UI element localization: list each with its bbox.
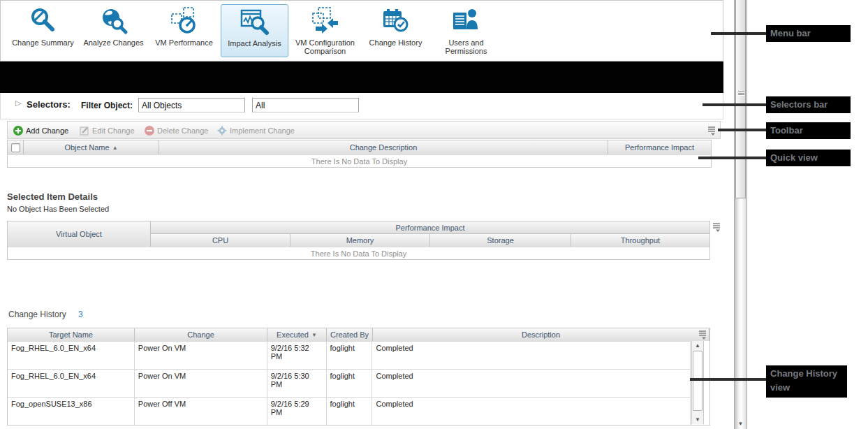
menu-item-label: Users and Permissions xyxy=(432,38,500,55)
change-history-scroll-thumb[interactable] xyxy=(693,351,703,411)
menu-item-label: VM Configuration Comparison xyxy=(291,38,359,55)
menu-item-analyze-changes[interactable]: Analyze Changes xyxy=(80,4,147,57)
column-header-performance-impact[interactable]: Performance Impact xyxy=(608,140,711,154)
column-header-description[interactable]: Description xyxy=(373,328,709,341)
change-history-view-callout-line xyxy=(690,378,767,381)
selectors-expander-icon[interactable]: ▷ xyxy=(15,99,21,108)
quick-view-annotation: Quick view xyxy=(766,150,851,166)
menu-item-vm-configuration-comparison[interactable]: VM Configuration Comparison xyxy=(291,4,359,57)
menu-item-label: Impact Analysis xyxy=(221,38,288,48)
impact-analysis-screen: Change Summary Analyze Changes VM Perfor… xyxy=(0,0,868,429)
selectors-bar: ▷ Selectors: Filter Object: xyxy=(0,93,723,119)
vm-configuration-comparison-icon xyxy=(310,6,341,37)
column-header-virtual-object[interactable]: Virtual Object xyxy=(8,221,151,247)
change-cell: Power On VM xyxy=(135,342,267,369)
change-history-title: Change History xyxy=(8,310,66,319)
menu-item-label: Change History xyxy=(362,38,429,47)
scroll-grip-icon xyxy=(738,92,744,96)
toolbar-annotation: Toolbar xyxy=(766,122,851,139)
menu-item-impact-analysis[interactable]: Impact Analysis xyxy=(221,4,288,57)
description-cell: Completed xyxy=(372,342,690,369)
delete-change-label: Delete Change xyxy=(157,126,208,135)
created-by-cell: foglight xyxy=(327,370,373,397)
select-all-checkbox[interactable] xyxy=(11,143,20,152)
executed-cell: 9/2/16 5:32 PM xyxy=(267,342,327,369)
description-cell: Completed xyxy=(372,398,690,425)
column-header-memory[interactable]: Memory xyxy=(290,234,430,247)
redacted-banner xyxy=(0,61,723,93)
menu-item-users-and-permissions[interactable]: Users and Permissions xyxy=(432,4,500,57)
menu-bar: Change Summary Analyze Changes VM Perfor… xyxy=(0,0,723,61)
column-header-target-name[interactable]: Target Name xyxy=(8,328,135,341)
menu-item-label: Analyze Changes xyxy=(80,38,147,47)
page-scroll-down-icon[interactable]: ▼ xyxy=(735,421,746,427)
no-object-selected-text: No Object Has Been Selected xyxy=(7,205,109,213)
menu-item-label: VM Performance xyxy=(150,38,218,47)
target-name-cell: Fog_openSUSE13_x86 xyxy=(8,398,135,425)
change-history-customizer-icon[interactable] xyxy=(698,330,707,340)
delete-change-button[interactable]: Delete Change xyxy=(145,124,208,137)
table-row[interactable]: Fog_RHEL_6.0_EN_x64 Power On VM 9/2/16 5… xyxy=(8,341,691,369)
change-history-section-title: Change History 3 xyxy=(8,310,83,319)
table-row[interactable]: Fog_openSUSE13_x86 Power Off VM 9/2/16 5… xyxy=(8,397,691,425)
add-icon xyxy=(13,126,23,136)
page-scroll-thumb[interactable] xyxy=(735,0,746,198)
menu-item-change-summary[interactable]: Change Summary xyxy=(9,4,77,57)
created-by-cell: foglight xyxy=(327,342,373,369)
scroll-down-icon[interactable]: ▼ xyxy=(692,416,703,423)
column-header-change-description[interactable]: Change Description xyxy=(159,140,608,154)
add-change-button[interactable]: Add Change xyxy=(13,124,68,137)
change-history-table: Target Name Change Executed ▼ Created By… xyxy=(7,328,710,426)
menu-bar-callout-line xyxy=(711,32,767,35)
implement-change-button[interactable]: Implement Change xyxy=(217,124,295,137)
scroll-up-icon[interactable]: ▲ xyxy=(692,342,703,349)
description-cell: Completed xyxy=(372,370,690,397)
toolbar-callout-line xyxy=(718,129,767,131)
menu-bar-annotation: Menu bar xyxy=(766,25,851,42)
executed-cell: 9/2/16 5:30 PM xyxy=(267,370,327,397)
delete-icon xyxy=(145,126,154,136)
target-name-cell: Fog_RHEL_6.0_EN_x64 xyxy=(8,370,135,397)
quick-view-empty-message: There Is No Data To Display xyxy=(8,154,711,167)
details-table-customizer-icon[interactable] xyxy=(712,222,721,232)
details-empty-message: There Is No Data To Display xyxy=(8,247,709,259)
implement-change-label: Implement Change xyxy=(230,126,295,135)
change-history-scrollbar[interactable]: ▲ ▼ xyxy=(691,341,704,424)
column-header-cpu[interactable]: CPU xyxy=(151,234,290,247)
sort-desc-icon: ▼ xyxy=(311,332,317,338)
menu-item-change-history[interactable]: Change History xyxy=(362,4,429,57)
quick-view-table: Object Name ▲ Change Description Perform… xyxy=(7,140,712,168)
table-row[interactable]: Fog_RHEL_6.0_EN_x64 Power On VM 9/2/16 5… xyxy=(8,369,691,397)
column-header-executed[interactable]: Executed ▼ xyxy=(267,328,327,341)
column-header-created-by[interactable]: Created By xyxy=(327,328,373,341)
page-scrollbar[interactable]: ▼ xyxy=(734,0,747,429)
change-toolbar: Add Change Edit Change Delete Change xyxy=(7,121,721,139)
selected-item-details-title: Selected Item Details xyxy=(7,191,98,202)
edit-icon xyxy=(80,126,89,136)
column-group-performance-impact: Performance Impact xyxy=(151,221,709,234)
menu-item-vm-performance[interactable]: VM Performance xyxy=(150,4,218,57)
edit-change-button[interactable]: Edit Change xyxy=(80,124,135,137)
toolbar-customizer-icon[interactable] xyxy=(707,126,716,136)
implement-icon xyxy=(217,126,227,136)
change-cell: Power Off VM xyxy=(135,398,267,425)
column-header-change[interactable]: Change xyxy=(135,328,267,341)
select-all-cell xyxy=(8,140,24,154)
change-history-count-badge[interactable]: 3 xyxy=(78,310,83,319)
vm-performance-icon xyxy=(169,6,200,37)
menu-item-label: Change Summary xyxy=(9,38,77,47)
selectors-bar-callout-line xyxy=(703,103,767,106)
filter-object-input[interactable] xyxy=(138,98,245,112)
column-header-storage[interactable]: Storage xyxy=(430,234,571,247)
change-summary-icon xyxy=(28,6,59,37)
change-history-header-row: Target Name Change Executed ▼ Created By… xyxy=(8,328,709,341)
change-history-icon xyxy=(381,6,411,37)
target-name-cell: Fog_RHEL_6.0_EN_x64 xyxy=(8,342,135,369)
column-header-throughput[interactable]: Throughput xyxy=(571,234,709,247)
column-header-object-name[interactable]: Object Name ▲ xyxy=(24,140,159,154)
sort-asc-icon: ▲ xyxy=(112,145,118,151)
selectors-bar-annotation: Selectors bar xyxy=(766,96,851,113)
filter-type-input[interactable] xyxy=(252,98,359,112)
filter-object-label: Filter Object: xyxy=(81,101,133,110)
quick-view-callout-line xyxy=(698,157,767,159)
